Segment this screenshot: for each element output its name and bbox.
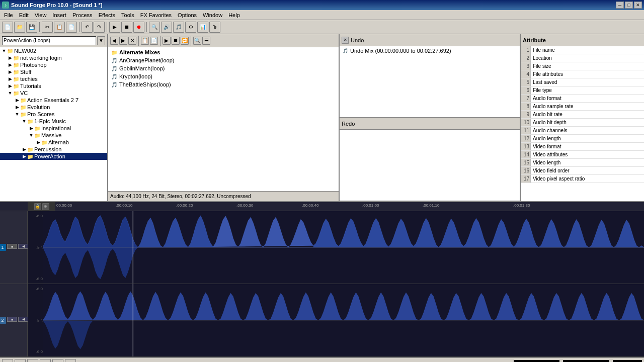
menu-help[interactable]: Help (225, 11, 243, 19)
expand-icon[interactable]: ▶ (7, 76, 13, 82)
fl-copy-btn[interactable]: 📋 (141, 37, 149, 45)
fl-paste-btn[interactable]: 📄 (150, 37, 158, 45)
tree-item-epic-music[interactable]: ▼ 📁 1-Epic Music (0, 118, 107, 125)
explorer-path-input[interactable] (2, 36, 96, 45)
tree-item-stuff[interactable]: ▶ 📁 Stuff (0, 68, 107, 75)
tree-item-pro-scores[interactable]: ▼ 📁 Pro Scores (0, 111, 107, 118)
close-button[interactable]: ✕ (634, 2, 642, 9)
cursor-button[interactable]: 🖱 (209, 22, 220, 33)
expand-icon[interactable]: ▶ (7, 62, 13, 68)
snap-button[interactable]: 🎵 (173, 22, 184, 33)
expand-icon[interactable]: ▼ (1, 48, 7, 54)
track-2-waveform[interactable]: -6.0 -Inf. -6.0 (28, 284, 644, 356)
expand-icon[interactable]: ▶ (21, 146, 27, 152)
track-1-waveform[interactable]: -6.0 -Inf. -6.0 (28, 211, 644, 284)
save-button[interactable]: 💾 (26, 22, 37, 33)
file-item-goblinmarch[interactable]: 🎵 GoblinMarch(loop) (109, 64, 338, 72)
file-item-battleships[interactable]: 🎵 TheBattleShips(loop) (109, 80, 338, 88)
menu-options[interactable]: Options (175, 11, 200, 19)
maximize-button[interactable]: □ (625, 2, 633, 9)
transport-prev[interactable]: ◀◀ (15, 359, 26, 362)
expand-icon[interactable]: ▼ (14, 111, 20, 117)
transport-play[interactable]: ▶ (40, 359, 51, 362)
tree-item-percussion[interactable]: ▶ 📁 Percussion (0, 146, 107, 153)
menu-view[interactable]: View (32, 11, 50, 19)
menu-effects[interactable]: Effects (96, 11, 118, 19)
expand-icon[interactable]: ▶ (21, 153, 27, 159)
expand-icon[interactable]: ▶ (35, 139, 41, 145)
file-item-anorangeplanet[interactable]: 🎵 AnOrangePlanet(loop) (109, 56, 338, 64)
tree-item-poweraction[interactable]: ▶ 📁 PowerAction (0, 153, 107, 160)
transport-next[interactable]: ▶▶ (65, 359, 76, 362)
tree-item-vc[interactable]: ▼ 📁 VC (0, 89, 107, 97)
record-button[interactable]: ⏺ (133, 22, 144, 33)
fl-play-btn[interactable]: ▶ (163, 37, 171, 45)
menu-fx-favorites[interactable]: FX Favorites (137, 11, 175, 19)
tree-item-techies[interactable]: ▶ 📁 techies (0, 75, 107, 82)
settings-button[interactable]: ⚙ (185, 22, 196, 33)
stop-button[interactable]: ⏹ (121, 22, 132, 33)
menu-file[interactable]: File (1, 11, 16, 19)
copy-button[interactable]: 📋 (54, 22, 65, 33)
paste-button[interactable]: 📄 (66, 22, 77, 33)
fl-stop-btn[interactable]: ⏹ (172, 37, 180, 45)
menu-edit[interactable]: Edit (16, 11, 32, 19)
ruler-snap-btn[interactable]: ⊕ (42, 203, 49, 210)
undo-close-button[interactable]: ✕ (342, 37, 349, 44)
new-button[interactable]: 📄 (2, 22, 13, 33)
expand-icon[interactable]: ▼ (7, 90, 13, 96)
open-button[interactable]: 📁 (14, 22, 25, 33)
fl-list-btn[interactable]: ☰ (202, 37, 210, 45)
tick-30: ,00:00:30 (236, 203, 253, 208)
fl-close-btn[interactable]: ✕ (128, 37, 136, 45)
expand-icon[interactable]: ▶ (7, 55, 13, 61)
menu-insert[interactable]: Insert (49, 11, 69, 19)
redo-button[interactable]: ↷ (94, 22, 105, 33)
track-1-ctrl-b[interactable]: ◀ (18, 244, 28, 249)
expand-icon[interactable]: ▶ (7, 69, 13, 75)
undo-button[interactable]: ↶ (82, 22, 93, 33)
volume-button[interactable]: 🔊 (161, 22, 172, 33)
transport-bar: ⏮ ◀◀ ⏹ ▶ ⏺ ▶▶ Rate: 0.00 00:00:00.000 00… (0, 357, 644, 362)
expand-icon[interactable]: ▼ (28, 132, 34, 138)
tree-item-alternab[interactable]: ▶ 📁 Alternab (0, 139, 107, 146)
expand-icon[interactable]: ▶ (14, 104, 20, 110)
tree-item-action-essentials[interactable]: ▶ 📁 Action Essentials 2 7 (0, 97, 107, 104)
tree-item-inspirational[interactable]: ▶ 📁 Inspirational (0, 125, 107, 132)
expand-icon[interactable]: ▶ (14, 97, 20, 103)
undo-item[interactable]: 🎵 Undo Mix (00:00:00.000 to 00:02:27.692… (341, 47, 519, 54)
ruler-lock-btn[interactable]: 🔒 (34, 203, 41, 210)
fl-zoom-btn[interactable]: 🔍 (193, 37, 201, 45)
menu-process[interactable]: Process (69, 11, 96, 19)
zoom-button[interactable]: 🔍 (149, 22, 160, 33)
menu-tools[interactable]: Tools (118, 11, 137, 19)
file-item-krypton[interactable]: 🎵 Krypton(loop) (109, 72, 338, 80)
expand-icon[interactable]: ▶ (28, 125, 34, 131)
tree-item-photoshop[interactable]: ▶ 📁 Photoshop (0, 61, 107, 68)
cut-button[interactable]: ✂ (42, 22, 53, 33)
tree-item-massive[interactable]: ▼ 📁 Massive (0, 132, 107, 139)
transport-stop[interactable]: ⏹ (27, 359, 38, 362)
expand-icon[interactable]: ▼ (21, 118, 27, 124)
undo-item-label: Undo Mix (00:00:00.000 to 00:02:27.692) (350, 48, 451, 54)
fl-loop-btn[interactable]: 🔁 (181, 37, 189, 45)
transport-skip-start[interactable]: ⏮ (2, 359, 13, 362)
track-2-ctrl-a[interactable]: ■ (7, 317, 17, 322)
spectrum-button[interactable]: 📊 (197, 22, 208, 33)
explorer-nav-btn[interactable]: ▼ (97, 36, 105, 45)
transport-record[interactable]: ⏺ (52, 359, 63, 362)
menu-window[interactable]: Window (200, 11, 225, 19)
minimize-button[interactable]: ─ (616, 2, 624, 9)
file-item-alternate-mixes[interactable]: 📁 Alternate Mixes (109, 48, 338, 56)
fl-forward-btn[interactable]: ▶ (119, 37, 127, 45)
play-button[interactable]: ▶ (109, 22, 120, 33)
expand-icon[interactable]: ▶ (7, 83, 13, 89)
audio-icon: 🎵 (111, 58, 117, 63)
fl-back-btn[interactable]: ◀ (110, 37, 118, 45)
tree-item-not-working[interactable]: ▶ 📁 not working login (0, 54, 107, 61)
track-2-ctrl-b[interactable]: ◀ (18, 317, 28, 322)
track-1-ctrl-a[interactable]: ■ (7, 244, 17, 249)
tree-item-new002[interactable]: ▼ 📁 NEW002 (0, 47, 107, 54)
tree-item-evolution[interactable]: ▶ 📁 Evolution (0, 104, 107, 111)
tree-item-tutorials[interactable]: ▶ 📁 Tutorials (0, 82, 107, 89)
